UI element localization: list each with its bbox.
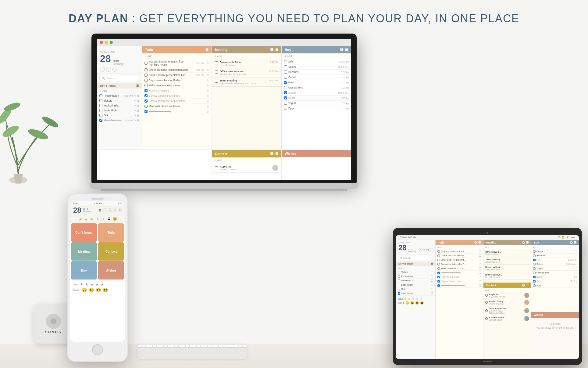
contact-menu-icon[interactable]: ☰ [275,152,278,156]
dont-forget-add[interactable]: + Add [97,88,142,93]
todo-del-3[interactable]: 🗑 [207,79,209,82]
tdf-cb-4[interactable] [398,288,400,290]
phone-grid-buy[interactable]: Buy [71,261,97,280]
todo-cb-4[interactable] [144,84,148,87]
meeting-menu-icon[interactable]: ☰ [275,48,278,52]
tdf-time-icon-0[interactable]: 🕐 [431,271,433,273]
todo-del-2[interactable]: 🗑 [207,74,209,77]
tci-cb-0[interactable] [485,294,488,297]
phone-star4[interactable]: ★ [96,217,100,222]
df-del-0[interactable]: 🗑 [137,95,139,97]
ttodo-cb-5[interactable] [437,272,440,274]
todo-cb-7[interactable] [144,99,148,103]
phone-day-star2[interactable]: ★ [85,282,88,287]
tablet-home-btn[interactable]: ○ [423,248,427,251]
sidebar-search[interactable]: 🔍 Search [99,76,139,81]
todo-del-9[interactable]: 🗑 [207,110,209,113]
tbuy-cb-4[interactable] [533,267,536,270]
phone-star5[interactable]: ★ [102,217,105,222]
buy-cb-2[interactable] [284,70,287,74]
tablet-buy-clock[interactable]: 🕐 [570,241,573,244]
ttodo-time-icon-4[interactable]: 🕐 [479,267,481,270]
minimize-dot[interactable] [105,41,108,44]
tdf-time-icon-2[interactable]: 🕐 [431,280,433,282]
phone-next-btn[interactable]: ▷ [113,208,117,212]
df-del-4[interactable]: 🗑 [137,114,139,117]
phone-mood-2[interactable]: 😐 [89,287,94,292]
ttodo-cb-1[interactable] [437,254,440,257]
phone-star3[interactable]: ★ [90,217,94,222]
buy-add[interactable]: + Add [282,53,351,59]
todo-cb-6[interactable] [144,94,148,97]
tablet-todo-add[interactable]: Add... [436,245,483,249]
tablet-df-menu[interactable]: ☰ [431,262,433,265]
todo-cb-8[interactable] [144,105,148,108]
close-dot[interactable] [100,41,103,44]
t-star2[interactable]: ★ [408,297,411,301]
tbuy-cb-7[interactable] [533,280,536,283]
ttodo-cb-7[interactable] [437,280,440,283]
tdf-time-icon-4[interactable]: 🕐 [431,288,433,290]
todo-del-4[interactable]: 🗑 [207,84,209,87]
tdf-time-icon-5[interactable]: 🕐 [431,292,433,295]
phone-grid-dontforget[interactable]: Don't forget [71,223,97,242]
tbuy-cb-2[interactable] [533,259,536,261]
tablet-search[interactable]: 🔍 Search [398,256,433,260]
tdf-cb-2[interactable] [398,280,400,282]
contact-apple-checkbox[interactable] [215,166,218,169]
buy-cb-7[interactable] [284,96,287,99]
phone-prev-btn[interactable]: ◁ [103,208,107,212]
todo-del-6[interactable]: 🗑 [207,95,209,97]
tdf-cb-1[interactable] [398,275,400,278]
phone-mood-3[interactable]: 😊 [96,287,101,292]
phone-star1[interactable]: ★ [78,217,82,222]
phone-settings-btn[interactable]: ⚙ [118,208,122,212]
phone-list-icon[interactable]: ☰ [98,209,101,212]
buy-cb-0[interactable] [284,60,287,63]
ttodo-time-icon-2[interactable]: 🕐 [479,259,481,261]
tbuy-cb-6[interactable] [533,276,536,278]
ttodo-time-icon-6[interactable]: 🕐 [479,276,481,278]
meeting-cb-0[interactable] [215,61,218,64]
tablet-contact-add[interactable]: Add... [483,288,531,292]
t-star5[interactable]: ★ [420,297,422,301]
tablet-todo-menu[interactable]: ☰ [478,241,481,244]
ttodo-time-icon-0[interactable]: 🕐 [479,250,481,253]
tbuy-cb-5[interactable] [533,272,536,274]
ttodo-cb-6[interactable] [437,276,440,278]
tablet-df-add[interactable]: Add... [396,266,435,270]
ttodo-time-icon-7[interactable]: 🕐 [479,280,481,283]
todo-cb-5[interactable] [144,89,148,92]
df-checkbox-2[interactable] [99,104,102,107]
ttodo-time-icon-5[interactable]: 🕐 [479,272,481,274]
todo-cb-2[interactable] [144,74,148,77]
df-checkbox-1[interactable] [99,99,102,102]
tci-cb-3[interactable] [485,317,488,320]
contact-add[interactable]: + Add [212,157,281,163]
df-checkbox-4[interactable] [99,114,102,117]
todo-cb-3[interactable] [144,79,148,82]
buy-clock-icon[interactable]: 🕐 [340,48,344,52]
tdf-cb-0[interactable] [398,271,400,273]
phone-grid-wishes[interactable]: Wishes [98,261,124,280]
phone-day-star4[interactable]: ★ [95,282,99,287]
ttodo-cb-0[interactable] [437,250,440,253]
tablet-menu-icon[interactable]: ☰ [558,236,560,239]
meeting-clock-icon[interactable]: 🕐 [270,48,274,52]
buy-cb-1[interactable] [284,65,287,68]
tdf-time-icon-3[interactable]: 🕐 [431,284,433,286]
date-prev-btn[interactable]: ◁ [100,67,105,72]
t-star3[interactable]: ★ [412,297,415,301]
phone-grid-contact[interactable]: Contact [98,242,124,261]
ttodo-time-icon-3[interactable]: 🕐 [479,263,481,265]
df-edit-3[interactable]: ✎ [134,109,136,112]
phone-smile-icon[interactable]: 😊 [112,217,117,222]
todo-del-0[interactable]: 🗑 [207,62,209,65]
phone-mood-1[interactable]: 😞 [82,287,87,292]
todo-del-7[interactable]: 🗑 [207,100,209,103]
df-del-1[interactable]: 🗑 [137,99,139,102]
date-home-btn[interactable]: ○ [106,67,111,72]
tablet-buy-menu[interactable]: ☰ [574,241,576,244]
df-checkbox-3[interactable] [99,109,102,112]
t-star4[interactable]: ★ [416,297,419,301]
